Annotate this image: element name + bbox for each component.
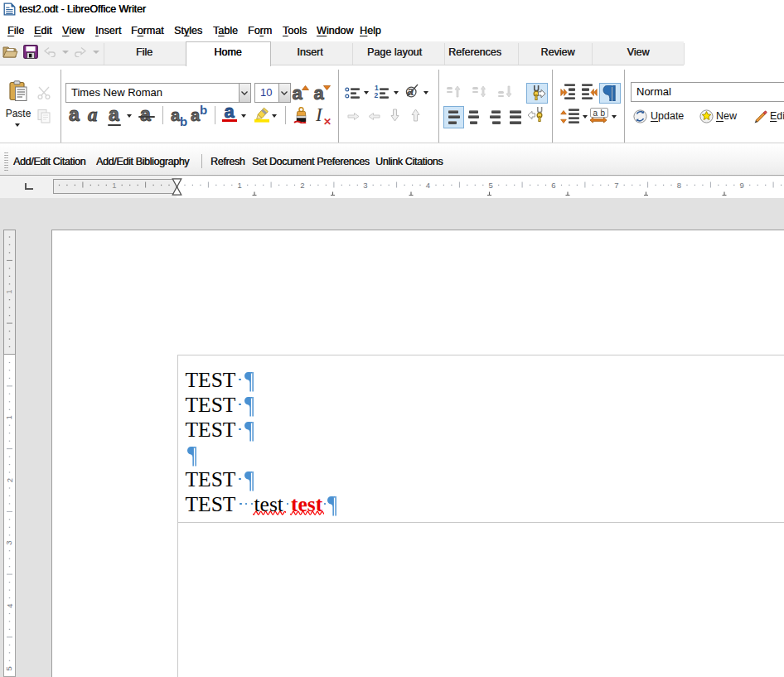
svg-text:5: 5 bbox=[489, 181, 493, 190]
svg-text:7: 7 bbox=[614, 181, 618, 190]
svg-text:1: 1 bbox=[112, 181, 116, 190]
svg-text:1: 1 bbox=[5, 290, 14, 294]
svg-text:2: 2 bbox=[5, 478, 14, 482]
svg-text:4: 4 bbox=[5, 603, 14, 607]
svg-text:4: 4 bbox=[426, 181, 430, 190]
svg-text:8: 8 bbox=[677, 181, 681, 190]
svg-text:3: 3 bbox=[5, 541, 14, 545]
svg-text:9: 9 bbox=[740, 181, 744, 190]
svg-text:1: 1 bbox=[5, 415, 14, 419]
svg-text:1: 1 bbox=[238, 181, 242, 190]
svg-text:3: 3 bbox=[363, 181, 367, 190]
svg-text:6: 6 bbox=[551, 181, 555, 190]
svg-text:2: 2 bbox=[300, 181, 304, 190]
svg-text:5: 5 bbox=[5, 666, 14, 670]
